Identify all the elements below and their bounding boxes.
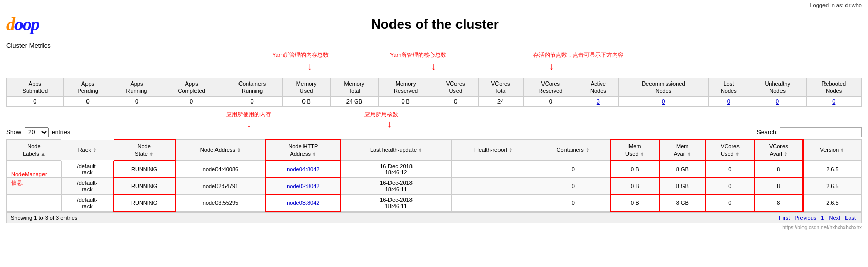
next-link[interactable]: Next	[829, 215, 841, 221]
val-apps-running: 0	[112, 96, 161, 106]
ann-app-mem: 应用所使用的内存	[226, 111, 271, 118]
watermark: https://blog.csdn.net/hxhxhxhxhxhx	[6, 224, 862, 230]
col-apps-submitted: AppsSubmitted	[7, 78, 64, 97]
col-vcores-total: VCoresTotal	[478, 78, 523, 97]
cell-rack-2: /default-rack	[62, 178, 113, 195]
nodes-table: NodeLabels ▲ Rack ⇕ NodeState ⇕ Node Add…	[6, 139, 862, 212]
cell-vcores-used-2: 0	[706, 178, 754, 195]
top-bar: Logged in as: dr.who	[0, 0, 868, 10]
col-rebooted-nodes: RebootedNodes	[806, 78, 861, 97]
col-memory-used: MemoryUsed	[283, 78, 331, 97]
cell-address-3: node03:55295	[176, 195, 266, 212]
val-vcores-used: 0	[433, 96, 478, 106]
nodes-col-mem-used: MemUsed ⇕	[611, 140, 659, 161]
search-input[interactable]	[780, 127, 862, 137]
cell-http-2[interactable]: node02:8042	[266, 178, 340, 195]
table-footer: Showing 1 to 3 of 3 entries First Previo…	[6, 212, 862, 223]
col-memory-total: MemoryTotal	[330, 78, 378, 97]
val-memory-reserved: 0 B	[378, 96, 433, 106]
col-apps-pending: AppsPending	[63, 78, 112, 97]
col-vcores-reserved: VCoresReserved	[523, 78, 578, 97]
cell-http-1[interactable]: node04:8042	[266, 160, 340, 178]
last-link[interactable]: Last	[845, 215, 856, 221]
col-lost-nodes: LostNodes	[708, 78, 749, 97]
cell-address-1: node04:40086	[176, 160, 266, 178]
cell-mem-used-2: 0 B	[611, 178, 659, 195]
cell-mem-avail-2: 8 GB	[659, 178, 706, 195]
nodes-col-labels: NodeLabels ▲	[7, 140, 62, 161]
cell-version-2: 2.6.5	[803, 178, 862, 195]
val-apps-pending: 0	[63, 96, 112, 106]
nodes-table-wrapper: NodeManager 信息 NodeLabels ▲ Rack ⇕ NodeS…	[6, 139, 862, 212]
nodes-col-rack: Rack ⇕	[62, 140, 113, 161]
col-vcores-used: VCoresUsed	[433, 78, 478, 97]
cell-state-2: RUNNING	[113, 178, 176, 195]
cell-http-3[interactable]: node03:8042	[266, 195, 340, 212]
previous-link[interactable]: Previous	[794, 215, 816, 221]
col-memory-reserved: MemoryReserved	[378, 78, 433, 97]
cell-containers-2: 0	[536, 178, 611, 195]
cell-state-1: RUNNING	[113, 160, 176, 178]
cell-version-1: 2.6.5	[803, 160, 862, 178]
nodes-col-http: Node HTTPAddress ⇕	[266, 140, 340, 161]
ann-yarn-vcores-total: Yarn所管理的核心总数	[390, 51, 446, 59]
val-active-nodes[interactable]: 3	[578, 96, 618, 106]
col-active-nodes: ActiveNodes	[578, 78, 618, 97]
nodes-col-health-update: Last health-update ⇕	[340, 140, 451, 161]
cell-rack-3: /default-rack	[62, 195, 113, 212]
search-box: Search:	[757, 127, 862, 137]
header: doop Nodes of the cluster	[0, 10, 868, 37]
nodes-col-address: Node Address ⇕	[176, 140, 266, 161]
table-row: /default-rack RUNNING node03:55295 node0…	[7, 195, 862, 212]
ann-app-vcores: 应用所用核数	[364, 111, 398, 118]
val-vcores-reserved: 0	[523, 96, 578, 106]
search-label: Search:	[757, 129, 778, 136]
cell-address-2: node02:54791	[176, 178, 266, 195]
ann-yarn-memory-total: Yarn所管理的内存总数	[272, 51, 329, 59]
val-rebooted-nodes[interactable]: 0	[806, 96, 861, 106]
val-containers-running: 0	[222, 96, 282, 106]
val-unhealthy-nodes[interactable]: 0	[749, 96, 806, 106]
nodes-col-mem-avail: MemAvail ⇕	[659, 140, 706, 161]
show-label: Show	[6, 129, 21, 136]
cell-labels-3	[7, 195, 62, 212]
entries-label: entries	[52, 129, 70, 136]
nodes-col-vcores-used: VCoresUsed ⇕	[706, 140, 754, 161]
cell-report-3	[451, 195, 536, 212]
cell-vcores-used-1: 0	[706, 160, 754, 178]
cell-state-3: RUNNING	[113, 195, 176, 212]
cell-vcores-avail-2: 8	[754, 178, 803, 195]
col-apps-completed: AppsCompleted	[161, 78, 222, 97]
page-title: Nodes of the cluster	[8, 16, 862, 32]
val-vcores-total: 24	[478, 96, 523, 106]
cell-health-3: 16-Dec-201818:46:11	[340, 195, 451, 212]
val-apps-submitted: 0	[7, 96, 64, 106]
cluster-metrics-title: Cluster Metrics	[6, 42, 862, 49]
cell-mem-used-1: 0 B	[611, 160, 659, 178]
val-memory-total: 24 GB	[330, 96, 378, 106]
nodes-col-containers: Containers ⇕	[536, 140, 611, 161]
pagination: First Previous 1 Next Last	[777, 215, 857, 221]
showing-text: Showing 1 to 3 of 3 entries	[11, 215, 77, 221]
controls-row: Show 20 50 100 entries Search:	[6, 127, 862, 137]
val-lost-nodes[interactable]: 0	[708, 96, 749, 106]
page-link[interactable]: 1	[821, 215, 824, 221]
col-unhealthy-nodes: UnhealthyNodes	[749, 78, 806, 97]
cell-vcores-avail-1: 8	[754, 160, 803, 178]
nodes-col-health-report: Health-report ⇕	[451, 140, 536, 161]
table-row: /default-rack RUNNING node04:40086 node0…	[7, 160, 862, 178]
nodes-col-version: Version ⇕	[803, 140, 862, 161]
cell-health-1: 16-Dec-201818:46:12	[340, 160, 451, 178]
metrics-annotations: Yarn所管理的内存总数 ↓ Yarn所管理的核心总数 ↓ 存活的节点数，点击可…	[6, 51, 862, 78]
ann-arrow-active-nodes: ↓	[549, 60, 554, 72]
val-decommissioned-nodes[interactable]: 0	[618, 96, 708, 106]
nodes-col-vcores-avail: VCoresAvail ⇕	[754, 140, 803, 161]
cell-version-3: 2.6.5	[803, 195, 862, 212]
col-apps-running: AppsRunning	[112, 78, 161, 97]
cell-vcores-avail-3: 8	[754, 195, 803, 212]
show-select[interactable]: 20 50 100	[25, 127, 49, 137]
cell-containers-1: 0	[536, 160, 611, 178]
cell-containers-3: 0	[536, 195, 611, 212]
first-link[interactable]: First	[779, 215, 790, 221]
val-memory-used: 0 B	[283, 96, 331, 106]
